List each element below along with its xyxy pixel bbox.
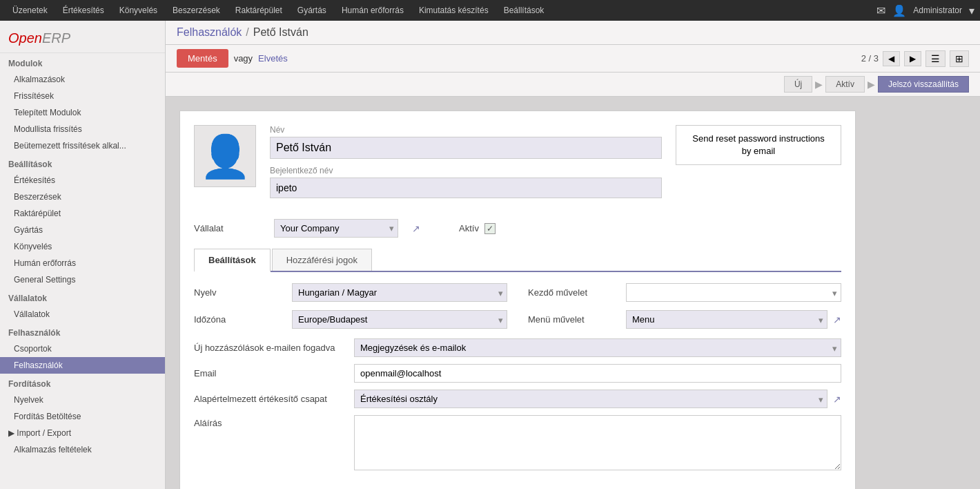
start-action-label: Kezdő művelet bbox=[528, 287, 618, 298]
signature-textarea[interactable] bbox=[354, 415, 841, 470]
sidebar-item-konyv[interactable]: Könyvelés bbox=[0, 238, 165, 255]
menu-action-row: Menü művelet Menu ▾ ↗ bbox=[528, 310, 841, 329]
sidebar-item-alkalmazasok[interactable]: Alkalmazások bbox=[0, 71, 165, 88]
next-button[interactable]: ▶ bbox=[904, 51, 921, 66]
sidebar-item-general[interactable]: General Settings bbox=[0, 271, 165, 288]
save-button[interactable]: Mentés bbox=[177, 49, 228, 68]
nav-hr[interactable]: Humán erőforrás bbox=[335, 3, 411, 18]
nav-raktarepulet[interactable]: Raktárépület bbox=[228, 3, 289, 18]
sidebar-item-alkalmazas-felt[interactable]: Alkalmazás feltételek bbox=[0, 441, 165, 458]
prev-button[interactable]: ◀ bbox=[883, 51, 900, 66]
form-top-section: 👤 Név Bejelentkező név Send reset passwo… bbox=[194, 125, 841, 205]
tab-beallitasok[interactable]: Beállítások bbox=[194, 249, 271, 272]
name-input[interactable] bbox=[270, 137, 662, 159]
menu-action-select-wrapper: Menu ▾ ↗ bbox=[626, 310, 841, 329]
toolbar: Mentés vagy Elvetés 2 / 3 ◀ ▶ ☰ ⊞ bbox=[166, 45, 980, 73]
email-input[interactable] bbox=[354, 364, 841, 383]
menu-action-label: Menü művelet bbox=[528, 314, 618, 325]
nav-konyvelés[interactable]: Könyvelés bbox=[112, 3, 164, 18]
discard-link[interactable]: Elvetés bbox=[258, 53, 288, 64]
left-col: Nyelv Hungarian / Magyar ▾ Időzóna bbox=[194, 283, 507, 329]
reset-password-button[interactable]: Send reset password instructions by emai… bbox=[676, 125, 841, 165]
avatar-icon: 👤 bbox=[199, 132, 251, 181]
sidebar-item-human[interactable]: Humán erőforrás bbox=[0, 255, 165, 271]
company-select-wrapper: Your Company ▾ bbox=[274, 219, 398, 238]
view-controls: 2 / 3 ◀ ▶ ☰ ⊞ bbox=[861, 50, 969, 67]
sidebar-item-vallalatok[interactable]: Vállalatok bbox=[0, 306, 165, 323]
admin-label: Administrator bbox=[913, 6, 962, 15]
avatar[interactable]: 👤 bbox=[194, 125, 256, 187]
breadcrumb-current: Pető István bbox=[253, 26, 308, 39]
sidebar-item-felhasznalok[interactable]: Felhasználók bbox=[0, 357, 165, 374]
sales-team-wrapper: Értékesítési osztály ▾ ↗ bbox=[354, 390, 841, 408]
user-icon: 👤 bbox=[892, 4, 906, 17]
new-comments-row: Új hozzászólások e-mailen fogadva Megjeg… bbox=[194, 338, 841, 357]
menu-action-external-icon[interactable]: ↗ bbox=[833, 314, 841, 325]
sidebar-item-utemezett[interactable]: Beütemezett frissítések alkal... bbox=[0, 137, 165, 154]
aktiv-checkbox[interactable] bbox=[484, 223, 496, 234]
email-icon[interactable]: ✉ bbox=[876, 4, 885, 17]
nav-ertekesites[interactable]: Értékesítés bbox=[56, 3, 111, 18]
section-modulok: Modulok bbox=[0, 53, 165, 71]
section-vallalatok: Vállalatok bbox=[0, 288, 165, 306]
grid-view-button[interactable]: ⊞ bbox=[950, 50, 969, 67]
nav-kimutatas[interactable]: Kimutatás készítés bbox=[412, 3, 496, 18]
company-label: Vállalat bbox=[194, 223, 263, 233]
timezone-row: Időzóna Europe/Budapest ▾ bbox=[194, 310, 507, 329]
company-external-link-icon[interactable]: ↗ bbox=[412, 223, 420, 234]
sidebar-item-telepitett[interactable]: Telepített Modulok bbox=[0, 104, 165, 121]
list-view-button[interactable]: ☰ bbox=[925, 50, 945, 67]
app-logo: OpenERP bbox=[0, 21, 165, 53]
sales-team-select[interactable]: Értékesítési osztály bbox=[354, 390, 827, 408]
nav-beallitasok[interactable]: Beállítások bbox=[497, 3, 551, 18]
sidebar-item-csoportok[interactable]: Csoportok bbox=[0, 341, 165, 357]
status-new[interactable]: Új bbox=[784, 76, 812, 93]
or-text: vagy bbox=[234, 53, 253, 64]
new-comments-select[interactable]: Megjegyzések és e-mailok bbox=[354, 338, 841, 357]
company-select[interactable]: Your Company bbox=[274, 219, 398, 238]
sidebar: OpenERP Modulok Alkalmazások Frissítések… bbox=[0, 21, 166, 489]
sidebar-item-import-export[interactable]: ▶ Import / Export bbox=[0, 425, 165, 441]
top-navigation: Üzenetek Értékesítés Könyvelés Beszerzés… bbox=[0, 0, 980, 21]
form-card: 👤 Név Bejelentkező név Send reset passwo… bbox=[179, 111, 856, 489]
start-action-select[interactable] bbox=[626, 283, 841, 302]
sidebar-item-ertekesites[interactable]: Értékesítés bbox=[0, 172, 165, 189]
language-select[interactable]: Hungarian / Magyar bbox=[292, 283, 507, 302]
sidebar-item-frissitesek[interactable]: Frissítések bbox=[0, 88, 165, 104]
nav-beszerzes[interactable]: Beszerzések bbox=[166, 3, 227, 18]
start-action-row: Kezdő művelet ▾ bbox=[528, 283, 841, 302]
page-info: 2 / 3 bbox=[861, 53, 879, 64]
status-active[interactable]: Aktív bbox=[825, 76, 865, 93]
sidebar-item-raktarepulet[interactable]: Raktárépület bbox=[0, 205, 165, 222]
sidebar-item-gyartas[interactable]: Gyártás bbox=[0, 222, 165, 238]
status-bar: Új ▶ Aktív ▶ Jelszó visszaállítás bbox=[166, 73, 980, 97]
status-reset[interactable]: Jelszó visszaállítás bbox=[878, 76, 969, 93]
sidebar-item-forditas-betoltese[interactable]: Fordítás Betöltése bbox=[0, 408, 165, 425]
email-row: Email bbox=[194, 364, 841, 383]
login-label: Bejelentkező név bbox=[270, 166, 662, 175]
breadcrumb-separator: / bbox=[246, 26, 248, 39]
aktiv-label: Aktív bbox=[459, 223, 479, 233]
timezone-select[interactable]: Europe/Budapest bbox=[292, 310, 507, 329]
sidebar-item-beszerzes[interactable]: Beszerzések bbox=[0, 189, 165, 205]
section-fordítasok: Fordítások bbox=[0, 374, 165, 392]
menu-action-select[interactable]: Menu bbox=[626, 310, 827, 329]
breadcrumb-parent[interactable]: Felhasználók bbox=[177, 26, 242, 39]
sidebar-item-nyelvek[interactable]: Nyelvek bbox=[0, 392, 165, 408]
admin-dropdown-icon[interactable]: ▾ bbox=[969, 4, 974, 17]
tab-hozzaferesi[interactable]: Hozzáférési jogok bbox=[272, 249, 372, 271]
aktiv-section: Aktív bbox=[459, 223, 496, 234]
sidebar-item-modullista[interactable]: Modullista frissítés bbox=[0, 121, 165, 137]
sales-team-external-icon[interactable]: ↗ bbox=[833, 394, 841, 405]
name-section: Név Bejelentkező név bbox=[270, 125, 662, 205]
tabs: Beállítások Hozzáférési jogok bbox=[194, 249, 841, 272]
login-input[interactable] bbox=[270, 178, 662, 198]
nav-gyartas[interactable]: Gyártás bbox=[291, 3, 333, 18]
sales-team-label: Alapértelmezett értékesítő csapat bbox=[194, 394, 346, 404]
email-label: Email bbox=[194, 368, 346, 378]
nav-uzenetek[interactable]: Üzenetek bbox=[6, 3, 55, 18]
status-arrow-2: ▶ bbox=[865, 79, 878, 90]
timezone-label: Időzóna bbox=[194, 314, 284, 325]
settings-grid: Nyelv Hungarian / Magyar ▾ Időzóna bbox=[194, 283, 841, 329]
name-label: Név bbox=[270, 125, 662, 135]
